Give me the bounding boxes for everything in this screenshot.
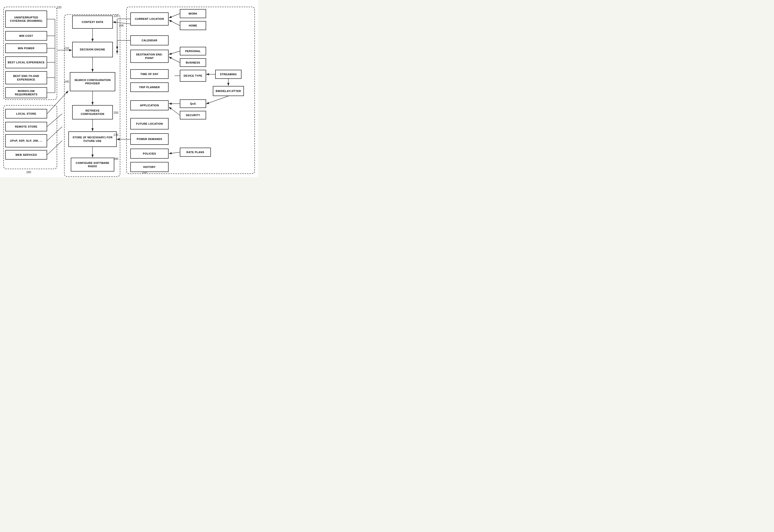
box-uninterrupted: UNINTERRUPTED COVERAGE (ROAMING) (5, 11, 47, 28)
box-local-store: LOCAL STORE (5, 109, 47, 118)
box-configure-radio: CONFIGURE SOFTWARE RADIO (71, 158, 114, 172)
box-decision-engine: DECISION ENGINE (72, 42, 113, 57)
box-business: BUSINESS (180, 58, 206, 67)
box-work: WORK (180, 9, 206, 18)
box-rate-plans: RATE PLANS (180, 148, 211, 157)
box-qos: QoS (180, 99, 206, 108)
box-trip-planner: TRIP PLANNER (130, 82, 168, 92)
box-future-location: FUTURE LOCATION (130, 118, 168, 129)
box-personal: PERSONAL (180, 47, 206, 55)
box-best-end: BEST END-TO-END EXPERIENCE (5, 71, 47, 84)
region-206 (64, 14, 120, 177)
box-search-config: SEARCH CONFIGURATION PROVIDER (70, 72, 115, 91)
box-application: APPLICATION (130, 100, 168, 110)
box-retrieve-config: RETRIEVE CONFIGURATION (72, 105, 113, 119)
box-policies: POLICIES (130, 149, 168, 159)
box-home: HOME (180, 21, 206, 30)
box-min-cost: MIN COST (5, 31, 47, 41)
box-web-services: WEB SERVICES (5, 150, 47, 160)
box-destination: DESTINATION END-POINT (130, 50, 168, 63)
label-220: 220 (57, 6, 61, 9)
box-calendar: CALENDAR (130, 35, 168, 45)
label-250: 250 (113, 111, 118, 114)
box-bw-delay: BW/DELAY/JITTER (213, 86, 244, 96)
box-workflow: WORKFLOW REQUIREMENTS (5, 87, 47, 98)
diagram: 220 260 206 200 UNINTERRUPTED COVERAGE (… (0, 0, 258, 177)
box-best-local: BEST LOCAL EXPERIENCE (5, 56, 47, 68)
box-upnp: UPnP, SDP, SLP, JINI, ... (5, 134, 47, 147)
box-min-power: MIN POWER (5, 43, 47, 53)
label-270: 270 (113, 133, 118, 137)
box-device-type: DEVICE TYPE (180, 70, 206, 82)
box-context-data: CONTEXT DATA (72, 16, 113, 29)
box-power-demands: POWER DEMANDS (130, 133, 168, 145)
label-280: 280 (113, 157, 118, 161)
box-history: HISTORY (130, 162, 168, 172)
label-210: 210 (64, 47, 69, 50)
box-current-location: CURRENT LOCATION (130, 12, 168, 26)
box-security: SECURITY (180, 111, 206, 119)
box-streaming: STREAMING (215, 70, 242, 79)
box-store-future: STORE (IF NECESSARY) FOR FUTURE USE (68, 131, 117, 147)
box-time-of-day: TIME OF DAY (130, 69, 168, 79)
box-remote-store: REMOTE STORE (5, 122, 47, 131)
label-120: 120 (113, 14, 118, 18)
label-260: 260 (26, 171, 31, 174)
label-240: 240 (64, 80, 69, 83)
label-206: 206 (119, 24, 124, 27)
